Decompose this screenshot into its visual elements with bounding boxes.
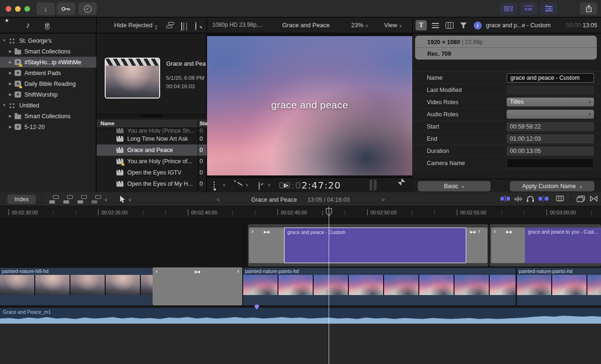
sidebar-item-stayhome-event[interactable]: ▶ ★#StayHo...ip #WithMe [0, 57, 96, 68]
connect-edit-button[interactable] [49, 195, 59, 204]
clip-row-you-are-holy[interactable]: You are Holy (Prince of... 0 [97, 156, 207, 167]
insert-edit-button[interactable]: ↓ [63, 195, 73, 204]
background-tasks-button[interactable]: ✓ [78, 2, 97, 15]
column-header-name[interactable]: Name [100, 121, 115, 126]
disclosure-triangle-icon[interactable]: ▶ [8, 49, 13, 53]
clip-list-header[interactable]: Name Sta [97, 120, 207, 128]
thumbnail [278, 275, 313, 295]
transitions-browser-button[interactable] [590, 196, 598, 202]
column-header-start[interactable]: Sta [200, 121, 208, 126]
sidebar-item-daily-bible-reading[interactable]: ▶ ★Daily Bible Reading [0, 78, 96, 89]
audio-skimming-button[interactable] [514, 196, 523, 202]
inspector-toggle-button[interactable] [540, 2, 557, 15]
search-button[interactable] [195, 22, 196, 30]
sidebar-item-smart-collections[interactable]: ▶ Smart Collections [0, 46, 96, 57]
clip-row-open-the-eyes-igtv[interactable]: Open the Eyes IGTV 0 [97, 167, 207, 178]
audio-clip-grace-and-peace[interactable]: Grace and Peace_m1 [0, 308, 601, 324]
camera-name-field[interactable] [507, 159, 594, 168]
browser-splitter-handle[interactable] [97, 114, 207, 118]
minimize-window-button[interactable] [15, 6, 21, 12]
end-timecode-value[interactable]: 01:00:12:03 [507, 134, 594, 144]
music-photos-tab[interactable]: ♪ [26, 21, 30, 30]
browser-toggle-button[interactable] [500, 2, 517, 15]
clip-row-partial[interactable]: You are Holy (Prince Sh... 0 [97, 128, 207, 133]
share-button[interactable] [580, 2, 597, 15]
basic-metadata-dropdown[interactable]: Basic∨ [418, 181, 491, 191]
timeline-appearance-button[interactable] [556, 196, 564, 202]
index-button[interactable]: Index [8, 195, 36, 204]
chevron-down-icon[interactable]: ∨ [128, 197, 131, 202]
playhead-handle[interactable] [325, 208, 333, 219]
video-inspector-icon [446, 22, 454, 29]
overwrite-edit-button[interactable] [92, 195, 101, 204]
clip-row-long-time-now[interactable]: Long Time Now Art Ask 0 [97, 133, 207, 144]
tab-title-inspector[interactable]: T [416, 20, 427, 30]
cross-dissolve-icon: ▶◀ [264, 230, 269, 234]
tool-selector-button[interactable] [120, 196, 126, 203]
project-name[interactable]: Grace and Peace [251, 197, 297, 203]
clip-row-grace-and-peace[interactable]: Grace and Peace 0 [97, 144, 207, 156]
disclosure-triangle-icon[interactable]: ▼ [2, 38, 7, 43]
viewer-zoom-dropdown[interactable]: 23% ∨ [351, 22, 368, 29]
zoom-window-button[interactable] [24, 6, 30, 12]
video-transition-clip[interactable]: ‖ ▶◀ ‖ [153, 267, 242, 305]
timeline-history-back-button[interactable] [577, 196, 585, 202]
disclosure-triangle-icon[interactable]: ▶ [8, 114, 13, 118]
import-media-button[interactable]: ↓ [37, 2, 55, 15]
audio-roles-dropdown[interactable] [507, 110, 594, 119]
column-divider[interactable] [198, 120, 198, 190]
disclosure-triangle-icon[interactable]: ▶ [8, 125, 13, 129]
title-clip-grace-and-peace-to-you[interactable]: grace and peace to you - Cust... [525, 228, 601, 263]
sidebar-item-library[interactable]: ▼ ★★ ★★St. George's [0, 35, 96, 46]
apply-custom-name-dropdown[interactable]: Apply Custom Name∨ [510, 181, 594, 191]
sidebar-item-5-12-20[interactable]: ▶ ★5-12-20 [0, 121, 96, 132]
tab-generator-inspector[interactable] [458, 20, 469, 30]
pause-icon: ‖ [252, 229, 253, 234]
clip-row-open-the-eyes[interactable]: Open the Eyes of My H... 0 [97, 178, 207, 190]
disclosure-triangle-icon[interactable]: ▶ [8, 71, 13, 75]
video-canvas[interactable]: grace and peace [207, 36, 412, 175]
filmstrip-view-button[interactable] [181, 23, 182, 31]
video-clip-painted-nature-hill[interactable]: painted-nature-hill-hd [0, 268, 153, 305]
duration-timecode-value[interactable]: 00:00:13:05 [507, 146, 594, 156]
append-edit-button[interactable]: ↓ [77, 195, 87, 204]
filter-dropdown[interactable]: Hide Rejected∧∨ [114, 22, 157, 30]
audio-meter[interactable] [374, 180, 377, 190]
tab-info-inspector[interactable]: i [472, 20, 483, 30]
chevron-down-icon[interactable]: ∨ [104, 197, 108, 202]
start-timecode-value[interactable]: 00:59:58:22 [507, 122, 594, 131]
snapping-button[interactable] [539, 196, 548, 202]
sidebar-item-ambient-pads[interactable]: ▶ ★Ambient Pads [0, 68, 96, 78]
titles-generators-tab[interactable]: T [45, 22, 49, 30]
transition-clip[interactable]: ‖ ▶◀ [249, 228, 284, 263]
solo-button[interactable] [526, 196, 534, 202]
close-window-button[interactable] [6, 6, 11, 12]
chevron-down-icon: ∨ [579, 184, 583, 189]
sidebar-item-smart-collections-2[interactable]: ▶ Smart Collections [0, 111, 96, 121]
tab-text-inspector[interactable] [430, 20, 441, 30]
playhead[interactable] [329, 206, 329, 364]
timeline-toggle-button[interactable] [520, 2, 537, 15]
disclosure-triangle-icon[interactable]: ▶ [8, 92, 13, 97]
transition-clip[interactable]: ‖ ▶◀ [491, 228, 525, 263]
keyword-editor-button[interactable] [57, 2, 75, 15]
next-project-button[interactable]: > [381, 196, 385, 203]
sidebar-item-untitled-library[interactable]: ▼ ★★ ★★Untitled [0, 100, 96, 111]
disclosure-triangle-icon[interactable]: ▼ [2, 103, 7, 107]
title-clip-grace-and-peace[interactable]: grace and peace - Custom [284, 228, 466, 263]
name-field[interactable] [507, 73, 594, 83]
audio-meter[interactable] [370, 180, 372, 190]
disclosure-triangle-icon[interactable]: ▶ [8, 60, 13, 64]
video-clip-painted-nature-paints-2[interactable]: painted-nature-paints-hd [517, 268, 601, 305]
tab-video-inspector[interactable] [444, 20, 455, 30]
timeline-ruler[interactable]: 00:02:30:00 00:02:35:00 00:02:40:00 00:0… [0, 206, 601, 219]
video-clip-painted-nature-paints[interactable]: painted-nature-paints-hd [243, 268, 516, 305]
sidebar-item-shiftworship[interactable]: ▶ ★ShiftWorship [0, 89, 96, 100]
clip-preview-thumbnail[interactable] [105, 58, 160, 99]
video-roles-dropdown[interactable]: Titles [507, 98, 594, 106]
disclosure-triangle-icon[interactable]: ▶ [8, 82, 13, 86]
transition-clip[interactable]: ▶◀ ‖ [466, 228, 487, 263]
viewer-timecode[interactable]: 00:02:47:20 [207, 180, 412, 191]
viewer-view-dropdown[interactable]: View ∨ [384, 22, 402, 29]
trim-button[interactable] [501, 196, 510, 202]
